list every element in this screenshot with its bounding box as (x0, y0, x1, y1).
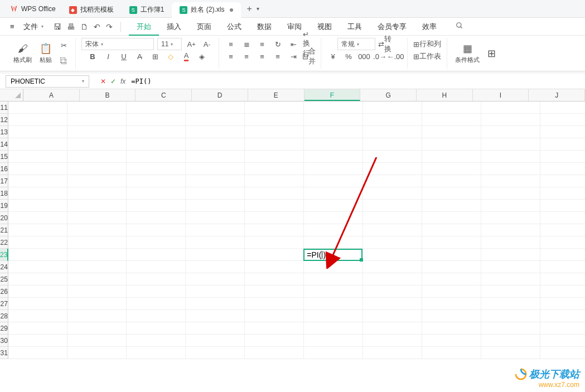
cell[interactable] (186, 212, 245, 224)
cell[interactable] (481, 187, 540, 200)
row-header[interactable]: 12 (0, 114, 8, 126)
row-header[interactable]: 21 (0, 224, 8, 236)
select-all-corner[interactable] (0, 89, 23, 101)
cell[interactable] (245, 200, 304, 212)
col-header[interactable]: D (192, 89, 248, 101)
row-header[interactable]: 30 (0, 335, 8, 347)
cell[interactable] (67, 261, 127, 273)
cell[interactable] (8, 347, 67, 359)
cell[interactable] (422, 249, 481, 261)
cell[interactable] (422, 200, 481, 212)
underline-button[interactable]: U (118, 50, 130, 62)
name-box[interactable]: PHONETIC ▾ (6, 75, 89, 88)
italic-button[interactable]: I (102, 50, 114, 62)
cell[interactable] (245, 126, 304, 138)
cell[interactable] (186, 347, 245, 359)
cell[interactable] (186, 224, 245, 236)
cell[interactable] (8, 151, 67, 163)
cell[interactable] (540, 261, 585, 273)
cell[interactable] (127, 249, 186, 261)
menu-file[interactable]: 文件▾ (19, 22, 48, 32)
cell[interactable] (127, 138, 186, 151)
menu-item-data[interactable]: 数据 (249, 18, 279, 36)
cell[interactable] (127, 335, 186, 347)
cells-region[interactable]: =PI() (8, 101, 585, 359)
cell[interactable] (422, 138, 481, 151)
cell[interactable] (422, 310, 481, 322)
cell[interactable] (8, 335, 67, 347)
cell[interactable] (363, 200, 422, 212)
convert-button[interactable]: ⇄转换 (379, 38, 391, 50)
cell[interactable] (245, 285, 304, 298)
cell[interactable] (186, 200, 245, 212)
cell[interactable] (127, 163, 186, 175)
cell[interactable] (540, 285, 585, 298)
cell[interactable] (186, 273, 245, 285)
strikethrough-button[interactable]: A̶ (133, 50, 146, 62)
cell[interactable] (67, 273, 127, 285)
cell[interactable] (245, 298, 304, 310)
row-header[interactable]: 23 (0, 249, 8, 261)
cell[interactable] (481, 285, 540, 298)
menu-item-page[interactable]: 页面 (189, 18, 219, 36)
cell[interactable] (8, 187, 67, 200)
cell[interactable] (127, 101, 186, 114)
menu-item-tools[interactable]: 工具 (340, 18, 370, 36)
cell[interactable] (422, 273, 481, 285)
orientation-button[interactable]: ↻ (272, 38, 284, 50)
cell[interactable] (67, 101, 127, 114)
cell[interactable] (67, 310, 127, 322)
row-header[interactable]: 18 (0, 187, 8, 200)
align-middle-button[interactable]: ≣ (240, 38, 253, 50)
cell[interactable] (304, 114, 363, 126)
comma-button[interactable]: 000 (358, 50, 370, 62)
format-painter-button[interactable]: 🖌格式刷 (11, 38, 34, 69)
justify-button[interactable]: ≡ (272, 50, 284, 62)
cell[interactable] (540, 114, 585, 126)
cell[interactable] (363, 322, 422, 335)
active-cell-editor[interactable]: =PI() (303, 249, 362, 261)
cell[interactable] (245, 273, 304, 285)
cell[interactable] (245, 335, 304, 347)
accept-formula-button[interactable]: ✓ (110, 78, 116, 85)
cell[interactable] (8, 310, 67, 322)
cell[interactable] (422, 298, 481, 310)
cell[interactable] (540, 298, 585, 310)
menu-item-insert[interactable]: 插入 (159, 18, 189, 36)
cell[interactable] (304, 224, 363, 236)
cell[interactable] (8, 163, 67, 175)
cell[interactable] (422, 261, 481, 273)
cell[interactable] (67, 175, 127, 187)
cell[interactable] (8, 200, 67, 212)
row-header[interactable]: 19 (0, 200, 8, 212)
cond-format-button[interactable]: ▦条件格式 (453, 38, 482, 69)
cell[interactable] (540, 236, 585, 249)
cell[interactable] (540, 200, 585, 212)
cell[interactable] (540, 163, 585, 175)
cell[interactable] (363, 101, 422, 114)
col-header[interactable]: E (248, 89, 304, 101)
cell[interactable] (186, 138, 245, 151)
cell[interactable] (363, 335, 422, 347)
cell[interactable] (422, 175, 481, 187)
cell[interactable] (245, 249, 304, 261)
cell[interactable] (304, 236, 363, 249)
cell[interactable] (8, 273, 67, 285)
cell[interactable] (67, 126, 127, 138)
cell[interactable] (304, 261, 363, 273)
indent-inc-button[interactable]: ⇥ (287, 50, 299, 62)
cell[interactable] (8, 249, 67, 261)
merge-button[interactable]: ⊟合并 (303, 50, 315, 62)
tab-add-button[interactable]: + ▾ (241, 4, 264, 14)
cell[interactable] (67, 322, 127, 335)
cell[interactable] (481, 200, 540, 212)
cell[interactable] (540, 101, 585, 114)
cell[interactable] (8, 212, 67, 224)
cell[interactable] (186, 298, 245, 310)
indent-dec-button[interactable]: ⇤ (287, 38, 299, 50)
print-icon[interactable]: 🖶 (67, 22, 75, 31)
cell[interactable] (67, 335, 127, 347)
save-icon[interactable]: 🖫 (54, 22, 61, 31)
align-center-button[interactable]: ≡ (240, 50, 253, 62)
cell[interactable] (363, 298, 422, 310)
